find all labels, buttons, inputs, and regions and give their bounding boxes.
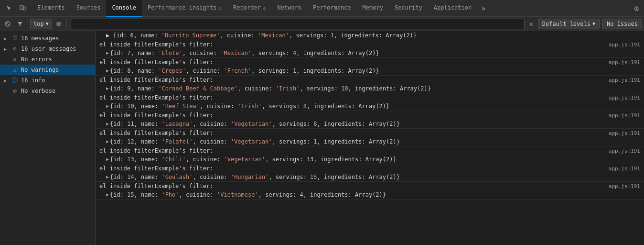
svg-rect-0 [20,5,23,10]
messages-expand-arrow: ▶ [4,36,9,41]
levels-label: Default levels [542,21,590,27]
tab-sources[interactable]: Sources [71,0,107,17]
tab-memory[interactable]: Memory [357,0,389,17]
entry-header-12: el inside filterExample's filter: app.js… [96,129,644,137]
console-toolbar: top ▼ ✕ Default levels ▼ No Issues [0,17,644,31]
no-issues-button[interactable]: No Issues [602,19,642,29]
console-entry-9: el inside filterExample's filter: app.js… [96,76,644,93]
tab-recorder[interactable]: Recorder ⚠ [227,0,271,17]
entry-file-15[interactable]: app.js:191 [601,183,640,189]
user-messages-label: 16 user messages [21,45,76,52]
entry-content-truncated: ▶ {id: 6, name: 'Burrito Supreme', cuisi… [106,32,633,39]
sidebar-item-warnings[interactable]: ▶ ⚠ No warnings [0,65,95,75]
entry-header-text-8: el inside filterExample's filter: [99,59,601,66]
entry-content-14: {id: 14, name: 'Goulash', cuisine: 'Hung… [110,173,640,181]
entry-line-15: ▶ {id: 15, name: 'Pho', cuisine: 'Vietna… [96,190,644,199]
user-messages-icon: ⊘ [11,45,18,52]
tab-application[interactable]: Application [428,0,477,17]
entry-content-15: {id: 15, name: 'Pho', cuisine: 'Vietname… [110,191,640,199]
entry-content-13: {id: 13, name: 'Chili', cuisine: 'Vegeta… [110,156,640,163]
entry-line-9: ▶ {id: 9, name: 'Corned Beef & Cabbage',… [96,84,644,93]
console-entry-10: el inside filterExample's filter: app.js… [96,93,644,111]
info-expand-arrow: ▶ [4,78,9,83]
tab-security[interactable]: Security [389,0,428,17]
console-output: ▶ {id: 6, name: 'Burrito Supreme', cuisi… [96,31,644,245]
log-levels-button[interactable]: Default levels ▼ [538,19,600,29]
sidebar-item-info[interactable]: ▶ ⓘ 16 info [0,75,95,86]
tab-performance[interactable]: Performance [307,0,356,17]
entry-expand-14[interactable]: ▶ [106,173,109,181]
entry-expand-7[interactable]: ▶ [106,49,109,57]
entry-line-truncated: ▶ {id: 6, name: 'Burrito Supreme', cuisi… [96,31,644,40]
context-selector[interactable]: top ▼ [30,19,52,29]
entry-file-13[interactable]: app.js:191 [601,148,640,154]
eye-icon[interactable] [53,18,64,30]
search-input[interactable] [71,19,525,29]
clear-console-icon[interactable] [2,18,13,30]
entry-file-12[interactable]: app.js:191 [601,130,640,136]
entry-content-7: {id: 7, name: 'Elote', cuisine: 'Mexican… [110,49,640,57]
sidebar-item-errors[interactable]: ▶ ✕ No errors [0,54,95,65]
entry-header-text-14: el inside filterExample's filter: [99,165,601,172]
device-icon[interactable] [16,2,29,14]
entry-expand-12[interactable]: ▶ [106,138,109,145]
console-entry-13: el inside filterExample's filter: app.js… [96,146,644,164]
entry-header-9: el inside filterExample's filter: app.js… [96,76,644,84]
entry-expand-13[interactable]: ▶ [106,156,109,163]
sidebar-item-user-messages[interactable]: ▶ ⊘ 16 user messages [0,44,95,54]
recorder-warn-icon: ⚠ [263,5,266,11]
entry-file-11[interactable]: app.js:191 [601,112,640,119]
settings-icon[interactable]: ⚙ [629,0,644,17]
entry-line-11: ▶ {id: 11, name: 'Lasagna', cuisine: 'Ve… [96,120,644,128]
entry-header-text-12: el inside filterExample's filter: [99,130,601,136]
info-label: 16 info [21,77,45,84]
entry-header-14: el inside filterExample's filter: app.js… [96,164,644,173]
entry-file-10[interactable]: app.js:191 [601,95,640,101]
entry-header-text-13: el inside filterExample's filter: [99,147,601,154]
sidebar-item-messages[interactable]: ▶ ☰ 16 messages [0,33,95,44]
entry-header-10: el inside filterExample's filter: app.js… [96,93,644,102]
errors-icon: ✕ [11,56,18,63]
clear-search-icon[interactable]: ✕ [527,20,535,28]
entry-file-9[interactable]: app.js:191 [601,77,640,83]
main-area: ▶ ☰ 16 messages ▶ ⊘ 16 user messages ▶ ✕… [0,31,644,245]
entry-header-text-7: el inside filterExample's filter: [99,41,601,48]
entry-line-13: ▶ {id: 13, name: 'Chili', cuisine: 'Vege… [96,155,644,164]
errors-label: No errors [21,56,52,63]
entry-line-7: ▶ {id: 7, name: 'Elote', cuisine: 'Mexic… [96,49,644,57]
entry-file-8[interactable]: app.js:191 [601,59,640,66]
entry-expand-15[interactable]: ▶ [106,191,109,199]
entry-file-14[interactable]: app.js:191 [601,166,640,172]
entry-header-text-9: el inside filterExample's filter: [99,77,601,83]
svg-point-5 [58,23,60,25]
tab-network[interactable]: Network [272,0,308,17]
warnings-icon: ⚠ [11,67,18,73]
entry-header-text-15: el inside filterExample's filter: [99,183,601,189]
toolbar-divider-1 [28,20,28,28]
sidebar-item-verbose[interactable]: ▶ ⚙ No verbose [0,86,95,96]
entry-expand-9[interactable]: ▶ [106,85,109,92]
levels-dropdown-icon: ▼ [592,21,595,26]
no-issues-label: No Issues [607,21,638,27]
tab-performance-insights[interactable]: Performance insights ⚠ [142,0,227,17]
entry-header-text-11: el inside filterExample's filter: [99,112,601,119]
inspect-icon[interactable] [3,2,15,14]
top-nav: Elements Sources Console Performance ins… [0,0,644,17]
nav-icon-group [0,2,32,14]
filter-icon[interactable] [14,18,26,30]
entry-line-12: ▶ {id: 12, name: 'Falafel', cuisine: 'Ve… [96,137,644,146]
console-entry-truncated: ▶ {id: 6, name: 'Burrito Supreme', cuisi… [96,31,644,40]
tab-console[interactable]: Console [106,0,142,17]
console-entry-15: el inside filterExample's filter: app.js… [96,182,644,200]
context-label: top [33,21,44,27]
more-tabs-button[interactable]: » [477,4,490,13]
tab-elements[interactable]: Elements [32,0,71,17]
entry-header-7: el inside filterExample's filter: app.js… [96,40,644,49]
performance-insights-warn-icon: ⚠ [218,5,222,11]
entry-file-7[interactable]: app.js:191 [601,42,640,48]
entry-expand-11[interactable]: ▶ [106,120,109,128]
entry-expand-10[interactable]: ▶ [106,102,109,110]
messages-label: 16 messages [21,35,59,42]
entry-expand-8[interactable]: ▶ [106,67,109,75]
info-icon: ⓘ [11,77,18,84]
